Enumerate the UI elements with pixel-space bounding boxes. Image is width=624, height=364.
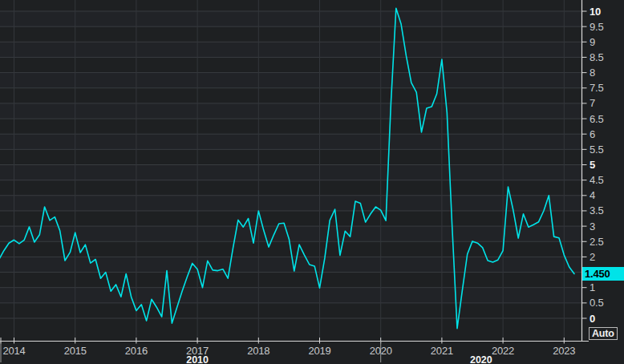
y-tick-label: 6.5 <box>590 113 603 125</box>
y-tick-label: 7.5 <box>590 82 603 94</box>
x-decade-label: 2010 <box>186 354 209 364</box>
x-tick-label: 2021 <box>431 345 453 357</box>
x-tick-label: 2022 <box>492 345 514 357</box>
x-tick-label: 2019 <box>308 345 330 357</box>
y-tick-label: 2.5 <box>590 236 603 248</box>
x-tick-label: 2016 <box>125 345 148 357</box>
y-tick-label: 0 <box>590 313 595 325</box>
y-tick-label: 4.5 <box>590 174 603 186</box>
y-tick-label: 6 <box>590 128 595 140</box>
y-tick-label: 9 <box>590 36 595 48</box>
x-decade-label: 2020 <box>470 354 492 364</box>
y-tick-label: 0.5 <box>590 297 603 309</box>
last-value-badge: 1.450 <box>582 267 624 281</box>
y-tick-label: 3.5 <box>590 204 603 216</box>
plot-area[interactable] <box>0 0 581 341</box>
x-tick-label: 2018 <box>247 345 269 357</box>
y-tick-label: 8 <box>590 67 595 79</box>
y-tick-label: 5.5 <box>590 144 603 156</box>
x-tick-label: 2015 <box>64 345 87 357</box>
y-tick-label: 3 <box>590 220 595 233</box>
x-tick-label: 2023 <box>553 345 575 357</box>
x-tick-label: 2020 <box>370 345 392 357</box>
y-tick-label: 9.5 <box>590 21 603 33</box>
y-tick-label: 10 <box>590 6 601 18</box>
y-tick-label: 7 <box>590 97 595 109</box>
auto-scale-button[interactable]: Auto <box>589 327 618 340</box>
terminal-chart-window: 109.598.587.576.565.554.543.532.5210.50 … <box>0 0 624 364</box>
x-tick-label: 2014 <box>2 345 25 357</box>
y-tick-label: 5 <box>590 159 595 171</box>
y-tick-label: 2 <box>590 251 595 263</box>
y-tick-label: 1 <box>590 281 595 293</box>
y-tick-label: 4 <box>590 189 595 201</box>
y-tick-label: 8.5 <box>590 51 603 63</box>
